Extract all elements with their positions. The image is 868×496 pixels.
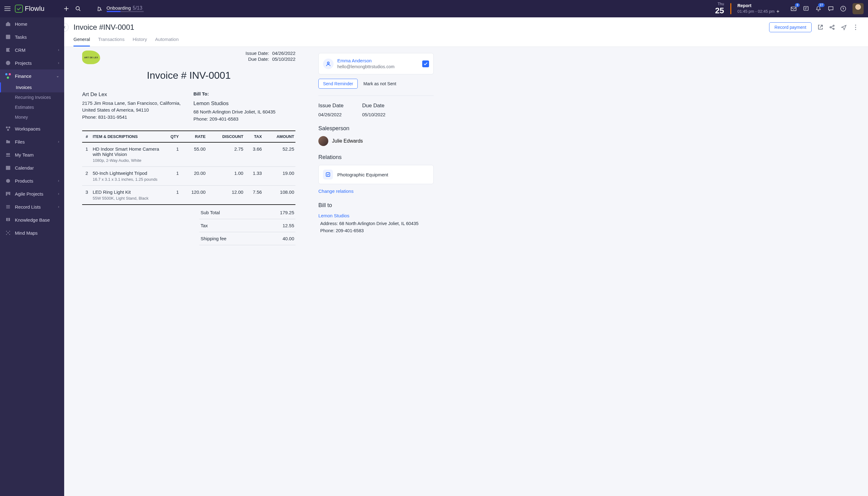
issue-date-value: 04/26/2022	[319, 112, 343, 117]
chevron-right-icon: ›	[58, 205, 59, 209]
user-avatar[interactable]	[852, 3, 864, 14]
relation-card[interactable]: Photographic Equipment	[319, 165, 434, 184]
sidebar-item-myteam[interactable]: My Team	[0, 148, 64, 161]
sidebar-sub-estimates[interactable]: Estimates	[0, 102, 64, 112]
add-time-icon[interactable]: +	[777, 9, 779, 14]
date-display: Thu 25	[715, 2, 724, 15]
app-logo[interactable]: Flowlu	[15, 5, 45, 13]
external-link-icon[interactable]	[817, 24, 823, 30]
topbar: Flowlu Onboarding5/13 Thu 25 Report 01:4…	[0, 0, 868, 17]
svg-point-19	[9, 234, 10, 235]
menu-toggle[interactable]	[4, 6, 11, 11]
contact-card[interactable]: Emma Anderson hello@lemongbttrstudios.co…	[319, 53, 434, 74]
svg-point-20	[833, 25, 834, 26]
bell-icon[interactable]: 27	[815, 5, 822, 12]
sidebar-item-agile[interactable]: Agile Projects›	[0, 187, 64, 200]
sidebar-sub-invoices[interactable]: Invoices	[0, 82, 64, 92]
billto-company-link[interactable]: Lemon Studios	[319, 213, 434, 218]
tab-transactions[interactable]: Transactions	[98, 36, 124, 46]
svg-rect-14	[9, 192, 10, 195]
sidebar-item-projects[interactable]: Projects›	[0, 57, 64, 69]
sidebar-item-home[interactable]: Home	[0, 17, 64, 30]
sidebar-item-crm[interactable]: CRM›	[0, 43, 64, 57]
svg-point-26	[327, 62, 329, 64]
svg-point-16	[6, 231, 7, 232]
check-icon[interactable]	[422, 60, 429, 67]
onboarding-widget[interactable]: Onboarding5/13	[97, 5, 144, 12]
invoice-dates: Issue Date:04/26/2022 Due Date:05/10/202…	[246, 50, 295, 62]
svg-rect-2	[804, 6, 808, 11]
products-icon	[5, 177, 11, 184]
pin-icon	[97, 5, 103, 12]
sidebar-item-finance[interactable]: Finance⌄	[0, 69, 64, 82]
invoice-document: ART DE LEX Issue Date:04/26/2022 Due Dat…	[64, 47, 309, 496]
home-icon	[5, 21, 11, 27]
record-payment-button[interactable]: Record payment	[769, 22, 811, 32]
change-relations-link[interactable]: Change relations	[319, 188, 353, 194]
svg-rect-4	[6, 35, 10, 39]
chevron-right-icon: ›	[58, 179, 59, 183]
svg-point-9	[6, 153, 8, 155]
table-row: 2 50-Inch Lightweight Tripod16.7 x 3.1 x…	[82, 167, 295, 186]
chevron-right-icon: ›	[58, 191, 59, 196]
svg-point-21	[830, 27, 831, 28]
onboarding-count: 5/13	[133, 5, 142, 11]
sidebar-item-workspaces[interactable]: Workspaces	[0, 122, 64, 135]
divider	[730, 3, 731, 14]
tasks-icon	[5, 34, 11, 40]
share-icon[interactable]	[829, 24, 835, 30]
company-logo: ART DE LEX	[82, 50, 100, 64]
sidebar-sub-money[interactable]: Money	[0, 112, 64, 122]
svg-point-23	[855, 25, 856, 26]
person-icon	[323, 59, 334, 69]
contact-name[interactable]: Emma Anderson	[337, 58, 418, 64]
help-icon[interactable]	[840, 5, 846, 12]
sidebar-item-tasks[interactable]: Tasks	[0, 30, 64, 43]
table-row: 3 LED Ring Light Kit55W 5500K, Light Sta…	[82, 186, 295, 205]
chevron-right-icon: ›	[58, 48, 59, 52]
plus-icon[interactable]	[63, 5, 69, 12]
relation-icon	[323, 170, 333, 180]
due-date-label: Due Date	[362, 103, 385, 109]
invoice-heading: Invoice # INV-0001	[82, 70, 295, 81]
chat-icon[interactable]	[828, 5, 834, 12]
search-icon[interactable]	[75, 5, 81, 12]
sidebar-item-kb[interactable]: Knowledge Base	[0, 213, 64, 226]
tab-automation[interactable]: Automation	[155, 36, 179, 46]
mail-icon[interactable]: 9	[790, 5, 797, 12]
mail-badge: 9	[795, 3, 800, 7]
finance-icon	[5, 73, 11, 79]
mark-not-sent-link[interactable]: Mark as not Sent	[363, 81, 396, 86]
relation-text: Photographic Equipment	[337, 172, 388, 177]
onboarding-progress	[107, 11, 144, 12]
send-icon[interactable]	[841, 24, 847, 30]
report-widget[interactable]: Report 01:45 pm - 02:45 pm+	[738, 3, 779, 14]
note-icon[interactable]	[803, 5, 809, 12]
salesperson-label: Salesperson	[319, 125, 434, 132]
mindmap-icon	[5, 230, 11, 236]
svg-rect-13	[7, 192, 9, 195]
svg-point-3	[841, 6, 846, 11]
send-reminder-button[interactable]: Send Reminder	[319, 79, 358, 89]
sidebar-item-calendar[interactable]: Calendar	[0, 161, 64, 174]
tabs: General Transactions History Automation	[74, 36, 859, 46]
chevron-down-icon: ⌄	[56, 74, 59, 78]
sidebar-item-products[interactable]: Products›	[0, 174, 64, 187]
to-address: Bill To: Lemon Studios 68 North Arlingto…	[193, 91, 295, 122]
table-row: 1 HD Indoor Smart Home Camera with Night…	[82, 142, 295, 167]
svg-point-17	[9, 231, 10, 232]
svg-rect-11	[6, 166, 10, 170]
svg-rect-1	[791, 7, 796, 11]
sidebar-item-recordlists[interactable]: Record Lists›	[0, 200, 64, 213]
salesperson-row[interactable]: Julie Edwards	[319, 136, 434, 146]
tab-general[interactable]: General	[74, 36, 90, 46]
sidebar-item-files[interactable]: Files›	[0, 135, 64, 148]
bell-badge: 27	[818, 3, 825, 7]
more-icon[interactable]	[852, 24, 859, 30]
list-icon	[5, 204, 11, 210]
sidebar-sub-recurring[interactable]: Recurring Invoices	[0, 92, 64, 102]
book-icon	[5, 217, 11, 223]
sidebar-item-mindmaps[interactable]: Mind Maps	[0, 226, 64, 239]
billto-label: Bill to	[319, 202, 434, 208]
tab-history[interactable]: History	[133, 36, 147, 46]
